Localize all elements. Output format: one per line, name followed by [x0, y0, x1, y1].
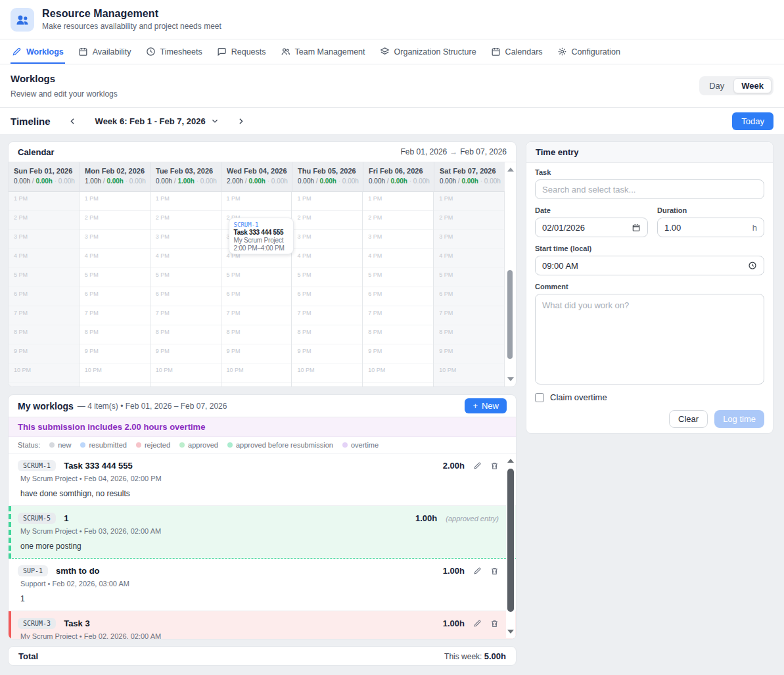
comment-textarea[interactable]: What did you work on?	[535, 294, 764, 384]
tab-organization-structure[interactable]: Organization Structure	[379, 39, 478, 64]
hour-cell[interactable]: 5 PM	[221, 268, 292, 287]
next-week-button[interactable]	[233, 113, 249, 129]
hour-cell[interactable]: 10 PM	[363, 363, 433, 383]
day-button[interactable]: Day	[701, 78, 732, 93]
week-button[interactable]: Week	[733, 78, 772, 93]
tab-configuration[interactable]: Configuration	[556, 39, 622, 64]
worklogs-scrollbar[interactable]	[506, 454, 515, 638]
hour-cell[interactable]: 4 PM	[80, 249, 150, 268]
hour-cell[interactable]: 4 PM	[363, 249, 433, 268]
hour-cell[interactable]: 10 PM	[292, 363, 362, 383]
edit-button[interactable]	[473, 619, 482, 628]
hour-cell[interactable]: 4 PM	[150, 249, 221, 268]
hour-cell[interactable]: 10 PM	[221, 363, 292, 383]
hour-cell[interactable]: 3 PM	[434, 230, 504, 249]
log-time-button[interactable]: Log time	[714, 410, 764, 428]
tab-worklogs[interactable]: Worklogs	[11, 39, 65, 64]
hour-cell[interactable]: 1 PM	[9, 192, 79, 211]
hour-cell[interactable]: 11 PM	[221, 383, 292, 387]
tab-timesheets[interactable]: Timesheets	[145, 39, 204, 64]
hour-cell[interactable]: 6 PM	[9, 287, 79, 306]
delete-button[interactable]	[490, 461, 499, 470]
hour-cell[interactable]: 1 PM	[363, 192, 433, 211]
hour-cell[interactable]: 2 PM	[9, 211, 79, 230]
event-card[interactable]: SCRUM-1 Task 333 444 555 My Scrum Projec…	[229, 218, 294, 254]
hour-cell[interactable]: 8 PM	[434, 325, 504, 344]
hour-cell[interactable]: 5 PM	[292, 268, 362, 287]
hour-cell[interactable]: 10 PM	[80, 363, 150, 383]
hour-cell[interactable]: 2 PM	[292, 211, 362, 230]
hour-cell[interactable]: 7 PM	[80, 306, 150, 325]
hour-cell[interactable]: 5 PM	[80, 268, 150, 287]
hour-cell[interactable]: 10 PM	[9, 363, 79, 383]
calendar-scrollbar[interactable]	[505, 163, 515, 386]
edit-button[interactable]	[473, 461, 482, 470]
hour-cell[interactable]: 2 PM	[434, 211, 504, 230]
hour-cell[interactable]: 6 PM	[292, 287, 362, 306]
hour-cell[interactable]: 7 PM	[363, 306, 433, 325]
hour-cell[interactable]: 4 PM	[292, 249, 362, 268]
tab-requests[interactable]: Requests	[216, 39, 267, 64]
hour-cell[interactable]: 3 PM	[150, 230, 221, 249]
hour-cell[interactable]: 5 PM	[150, 268, 221, 287]
hour-cell[interactable]: 11 PM	[292, 383, 362, 387]
hour-cell[interactable]: 8 PM	[150, 325, 221, 344]
scroll-down-icon[interactable]	[507, 377, 514, 381]
hour-cell[interactable]: 10 PM	[434, 363, 504, 383]
duration-input[interactable]: 1.00 h	[657, 218, 764, 237]
delete-button[interactable]	[490, 619, 499, 628]
hour-cell[interactable]: 4 PM	[9, 249, 79, 268]
task-input[interactable]: Search and select task...	[535, 179, 764, 199]
hour-cell[interactable]: 1 PM	[221, 192, 292, 211]
new-worklog-button[interactable]: + New	[465, 398, 507, 413]
hour-cell[interactable]: 2 PM	[80, 211, 150, 230]
calendar-scrollbar-thumb[interactable]	[507, 270, 513, 359]
hour-cell[interactable]: 9 PM	[80, 344, 150, 363]
hour-cell[interactable]: 6 PM	[363, 287, 433, 306]
hour-cell[interactable]: 11 PM	[363, 383, 433, 387]
tab-calendars[interactable]: Calendars	[490, 39, 544, 64]
date-input[interactable]: 02/01/2026	[535, 218, 648, 237]
hour-cell[interactable]: 7 PM	[221, 306, 292, 325]
claim-overtime-checkbox[interactable]	[535, 393, 544, 402]
hour-cell[interactable]: 8 PM	[363, 325, 433, 344]
hour-cell[interactable]: 9 PM	[434, 344, 504, 363]
hour-cell[interactable]: 7 PM	[434, 306, 504, 325]
hour-cell[interactable]: 9 PM	[150, 344, 221, 363]
hour-cell[interactable]: 6 PM	[221, 287, 292, 306]
scroll-down-icon[interactable]	[507, 630, 514, 634]
hour-cell[interactable]: 8 PM	[80, 325, 150, 344]
tab-availability[interactable]: Availability	[77, 39, 133, 64]
today-button[interactable]: Today	[732, 112, 773, 130]
hour-cell[interactable]: 4 PM	[434, 249, 504, 268]
hour-cell[interactable]: 9 PM	[221, 344, 292, 363]
hour-cell[interactable]: 11 PM	[80, 383, 150, 387]
hour-cell[interactable]: 9 PM	[9, 344, 79, 363]
tab-team-management[interactable]: Team Management	[279, 39, 367, 64]
hour-cell[interactable]: 2 PM	[363, 211, 433, 230]
hour-cell[interactable]: 11 PM	[150, 383, 221, 387]
hour-cell[interactable]: 1 PM	[80, 192, 150, 211]
hour-cell[interactable]: 8 PM	[292, 325, 362, 344]
hour-cell[interactable]: 3 PM	[292, 230, 362, 249]
hour-cell[interactable]: 6 PM	[80, 287, 150, 306]
hour-cell[interactable]: 10 PM	[150, 363, 221, 383]
hour-cell[interactable]: 7 PM	[292, 306, 362, 325]
hour-cell[interactable]: 5 PM	[363, 268, 433, 287]
hour-cell[interactable]: 1 PM	[150, 192, 221, 211]
hour-cell[interactable]: 3 PM	[9, 230, 79, 249]
hour-cell[interactable]: 3 PM	[363, 230, 433, 249]
hour-cell[interactable]: 8 PM	[221, 325, 292, 344]
hour-cell[interactable]: 5 PM	[434, 268, 504, 287]
hour-cell[interactable]: 3 PM	[80, 230, 150, 249]
hour-cell[interactable]: 5 PM	[9, 268, 79, 287]
hour-cell[interactable]: 6 PM	[150, 287, 221, 306]
hour-cell[interactable]: 7 PM	[150, 306, 221, 325]
hour-cell[interactable]: 7 PM	[9, 306, 79, 325]
scroll-up-icon[interactable]	[507, 459, 514, 463]
prev-week-button[interactable]	[65, 113, 81, 129]
start-time-input[interactable]: 09:00 AM	[535, 256, 764, 275]
scroll-up-icon[interactable]	[507, 168, 514, 172]
clear-button[interactable]: Clear	[669, 410, 708, 428]
hour-cell[interactable]: 1 PM	[292, 192, 362, 211]
